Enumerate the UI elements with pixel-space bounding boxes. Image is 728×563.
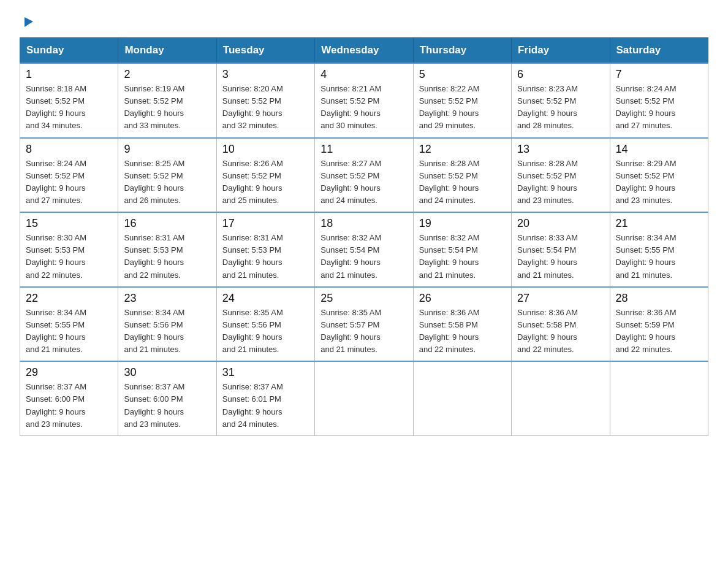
day-number: 26 bbox=[419, 292, 506, 305]
calendar-cell: 11 Sunrise: 8:27 AM Sunset: 5:52 PM Dayl… bbox=[315, 138, 413, 213]
day-info: Sunrise: 8:34 AM Sunset: 5:55 PM Dayligh… bbox=[616, 232, 702, 282]
day-info: Sunrise: 8:23 AM Sunset: 5:52 PM Dayligh… bbox=[517, 83, 604, 132]
day-number: 13 bbox=[517, 143, 604, 156]
day-number: 24 bbox=[222, 292, 309, 305]
logo bbox=[20, 15, 34, 30]
calendar-cell: 4 Sunrise: 8:21 AM Sunset: 5:52 PM Dayli… bbox=[315, 63, 413, 138]
day-info: Sunrise: 8:37 AM Sunset: 6:00 PM Dayligh… bbox=[124, 381, 210, 431]
day-info: Sunrise: 8:25 AM Sunset: 5:52 PM Dayligh… bbox=[124, 158, 210, 207]
day-info: Sunrise: 8:21 AM Sunset: 5:52 PM Dayligh… bbox=[320, 83, 407, 132]
day-info: Sunrise: 8:20 AM Sunset: 5:52 PM Dayligh… bbox=[222, 83, 309, 132]
page-header bbox=[20, 15, 708, 30]
calendar-cell bbox=[512, 361, 610, 435]
day-info: Sunrise: 8:24 AM Sunset: 5:52 PM Dayligh… bbox=[616, 83, 702, 132]
day-number: 18 bbox=[320, 217, 407, 230]
day-number: 14 bbox=[616, 143, 702, 156]
day-info: Sunrise: 8:19 AM Sunset: 5:52 PM Dayligh… bbox=[124, 83, 210, 132]
weekday-header-row: Sunday Monday Tuesday Wednesday Thursday… bbox=[20, 38, 708, 64]
day-info: Sunrise: 8:37 AM Sunset: 6:00 PM Dayligh… bbox=[26, 381, 112, 431]
calendar-cell: 13 Sunrise: 8:28 AM Sunset: 5:52 PM Dayl… bbox=[512, 138, 610, 213]
calendar-cell: 23 Sunrise: 8:34 AM Sunset: 5:56 PM Dayl… bbox=[118, 287, 216, 362]
day-number: 20 bbox=[517, 217, 604, 230]
calendar-cell: 9 Sunrise: 8:25 AM Sunset: 5:52 PM Dayli… bbox=[118, 138, 216, 213]
header-thursday: Thursday bbox=[413, 38, 511, 64]
day-info: Sunrise: 8:27 AM Sunset: 5:52 PM Dayligh… bbox=[320, 158, 407, 207]
day-info: Sunrise: 8:31 AM Sunset: 5:53 PM Dayligh… bbox=[124, 232, 210, 282]
day-info: Sunrise: 8:35 AM Sunset: 5:57 PM Dayligh… bbox=[320, 307, 407, 356]
day-info: Sunrise: 8:28 AM Sunset: 5:52 PM Dayligh… bbox=[517, 158, 604, 207]
calendar-cell: 2 Sunrise: 8:19 AM Sunset: 5:52 PM Dayli… bbox=[118, 63, 216, 138]
calendar-cell: 19 Sunrise: 8:32 AM Sunset: 5:54 PM Dayl… bbox=[413, 212, 511, 287]
day-info: Sunrise: 8:36 AM Sunset: 5:58 PM Dayligh… bbox=[419, 307, 506, 356]
calendar-cell: 12 Sunrise: 8:28 AM Sunset: 5:52 PM Dayl… bbox=[413, 138, 511, 213]
calendar-cell: 24 Sunrise: 8:35 AM Sunset: 5:56 PM Dayl… bbox=[216, 287, 314, 362]
calendar-cell: 30 Sunrise: 8:37 AM Sunset: 6:00 PM Dayl… bbox=[118, 361, 216, 435]
calendar-week-row: 8 Sunrise: 8:24 AM Sunset: 5:52 PM Dayli… bbox=[20, 138, 708, 213]
day-info: Sunrise: 8:32 AM Sunset: 5:54 PM Dayligh… bbox=[419, 232, 506, 282]
day-number: 21 bbox=[616, 217, 702, 230]
calendar-cell: 31 Sunrise: 8:37 AM Sunset: 6:01 PM Dayl… bbox=[216, 361, 314, 435]
day-info: Sunrise: 8:37 AM Sunset: 6:01 PM Dayligh… bbox=[222, 381, 309, 431]
calendar-cell: 16 Sunrise: 8:31 AM Sunset: 5:53 PM Dayl… bbox=[118, 212, 216, 287]
header-wednesday: Wednesday bbox=[315, 38, 413, 64]
calendar-week-row: 1 Sunrise: 8:18 AM Sunset: 5:52 PM Dayli… bbox=[20, 63, 708, 138]
day-info: Sunrise: 8:34 AM Sunset: 5:55 PM Dayligh… bbox=[26, 307, 112, 356]
day-number: 4 bbox=[320, 68, 407, 81]
calendar-cell: 5 Sunrise: 8:22 AM Sunset: 5:52 PM Dayli… bbox=[413, 63, 511, 138]
calendar-cell: 3 Sunrise: 8:20 AM Sunset: 5:52 PM Dayli… bbox=[216, 63, 314, 138]
calendar-cell: 15 Sunrise: 8:30 AM Sunset: 5:53 PM Dayl… bbox=[20, 212, 118, 287]
calendar-cell: 8 Sunrise: 8:24 AM Sunset: 5:52 PM Dayli… bbox=[20, 138, 118, 213]
day-number: 1 bbox=[26, 68, 112, 81]
header-monday: Monday bbox=[118, 38, 216, 64]
day-info: Sunrise: 8:32 AM Sunset: 5:54 PM Dayligh… bbox=[320, 232, 407, 282]
day-info: Sunrise: 8:34 AM Sunset: 5:56 PM Dayligh… bbox=[124, 307, 210, 356]
header-friday: Friday bbox=[512, 38, 610, 64]
day-info: Sunrise: 8:36 AM Sunset: 5:59 PM Dayligh… bbox=[616, 307, 702, 356]
calendar-week-row: 29 Sunrise: 8:37 AM Sunset: 6:00 PM Dayl… bbox=[20, 361, 708, 435]
day-number: 8 bbox=[26, 143, 112, 156]
svg-marker-0 bbox=[25, 17, 33, 27]
day-number: 12 bbox=[419, 143, 506, 156]
day-number: 6 bbox=[517, 68, 604, 81]
calendar-cell: 18 Sunrise: 8:32 AM Sunset: 5:54 PM Dayl… bbox=[315, 212, 413, 287]
day-info: Sunrise: 8:33 AM Sunset: 5:54 PM Dayligh… bbox=[517, 232, 604, 282]
day-number: 30 bbox=[124, 366, 210, 379]
day-number: 10 bbox=[222, 143, 309, 156]
day-number: 17 bbox=[222, 217, 309, 230]
calendar-cell: 7 Sunrise: 8:24 AM Sunset: 5:52 PM Dayli… bbox=[610, 63, 708, 138]
day-info: Sunrise: 8:35 AM Sunset: 5:56 PM Dayligh… bbox=[222, 307, 309, 356]
calendar-cell bbox=[413, 361, 511, 435]
calendar-cell: 6 Sunrise: 8:23 AM Sunset: 5:52 PM Dayli… bbox=[512, 63, 610, 138]
day-info: Sunrise: 8:26 AM Sunset: 5:52 PM Dayligh… bbox=[222, 158, 309, 207]
calendar-cell bbox=[315, 361, 413, 435]
calendar-cell: 22 Sunrise: 8:34 AM Sunset: 5:55 PM Dayl… bbox=[20, 287, 118, 362]
logo-triangle-icon bbox=[21, 15, 34, 30]
day-number: 29 bbox=[26, 366, 112, 379]
day-number: 16 bbox=[124, 217, 210, 230]
day-info: Sunrise: 8:28 AM Sunset: 5:52 PM Dayligh… bbox=[419, 158, 506, 207]
header-sunday: Sunday bbox=[20, 38, 118, 64]
calendar-week-row: 22 Sunrise: 8:34 AM Sunset: 5:55 PM Dayl… bbox=[20, 287, 708, 362]
calendar-cell: 28 Sunrise: 8:36 AM Sunset: 5:59 PM Dayl… bbox=[610, 287, 708, 362]
day-info: Sunrise: 8:29 AM Sunset: 5:52 PM Dayligh… bbox=[616, 158, 702, 207]
calendar-cell: 14 Sunrise: 8:29 AM Sunset: 5:52 PM Dayl… bbox=[610, 138, 708, 213]
day-info: Sunrise: 8:24 AM Sunset: 5:52 PM Dayligh… bbox=[26, 158, 112, 207]
day-number: 19 bbox=[419, 217, 506, 230]
day-number: 22 bbox=[26, 292, 112, 305]
day-number: 5 bbox=[419, 68, 506, 81]
day-number: 15 bbox=[26, 217, 112, 230]
calendar-cell: 21 Sunrise: 8:34 AM Sunset: 5:55 PM Dayl… bbox=[610, 212, 708, 287]
calendar-week-row: 15 Sunrise: 8:30 AM Sunset: 5:53 PM Dayl… bbox=[20, 212, 708, 287]
header-saturday: Saturday bbox=[610, 38, 708, 64]
day-number: 31 bbox=[222, 366, 309, 379]
calendar-cell: 29 Sunrise: 8:37 AM Sunset: 6:00 PM Dayl… bbox=[20, 361, 118, 435]
day-number: 27 bbox=[517, 292, 604, 305]
calendar-cell: 26 Sunrise: 8:36 AM Sunset: 5:58 PM Dayl… bbox=[413, 287, 511, 362]
day-number: 7 bbox=[616, 68, 702, 81]
calendar-cell: 1 Sunrise: 8:18 AM Sunset: 5:52 PM Dayli… bbox=[20, 63, 118, 138]
day-info: Sunrise: 8:36 AM Sunset: 5:58 PM Dayligh… bbox=[517, 307, 604, 356]
day-info: Sunrise: 8:30 AM Sunset: 5:53 PM Dayligh… bbox=[26, 232, 112, 282]
day-info: Sunrise: 8:22 AM Sunset: 5:52 PM Dayligh… bbox=[419, 83, 506, 132]
day-number: 9 bbox=[124, 143, 210, 156]
day-info: Sunrise: 8:31 AM Sunset: 5:53 PM Dayligh… bbox=[222, 232, 309, 282]
